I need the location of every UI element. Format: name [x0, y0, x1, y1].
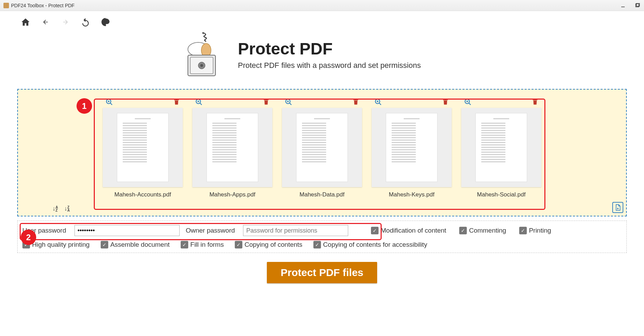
- sort-az-icon[interactable]: ↓AZ: [52, 205, 58, 212]
- sort-za-icon[interactable]: ↓ZA: [64, 205, 70, 212]
- checkbox-copy-access[interactable]: ✓: [313, 241, 321, 248]
- file-thumbnail: [461, 108, 541, 187]
- svg-line-18: [290, 103, 292, 105]
- svg-line-26: [469, 103, 471, 105]
- checkbox-label: Commenting: [469, 227, 506, 234]
- checkbox-label: Printing: [529, 227, 551, 234]
- add-file-icon[interactable]: [612, 202, 623, 213]
- checkbox-label: High quality printing: [32, 241, 90, 248]
- file-card[interactable]: Mahesh-Keys.pdf: [372, 98, 452, 198]
- checkbox-copy[interactable]: ✓: [235, 241, 242, 248]
- checkbox-label: Fill in forms: [190, 241, 224, 248]
- page-title: Protect PDF: [238, 39, 421, 58]
- file-card[interactable]: Mahesh-Apps.pdf: [192, 98, 272, 198]
- reload-icon[interactable]: [81, 17, 90, 27]
- file-name: Mahesh-Apps.pdf: [192, 187, 272, 198]
- file-card[interactable]: Mahesh-Accounts.pdf: [103, 98, 183, 198]
- svg-point-8: [200, 64, 203, 67]
- annotation-marker-2: 2: [21, 230, 36, 245]
- file-name: Mahesh-Social.pdf: [461, 187, 541, 198]
- files-row: Mahesh-Accounts.pdf Mahesh-Apps.pdf Mahe…: [94, 98, 550, 198]
- zoom-icon[interactable]: [285, 98, 292, 106]
- file-name: Mahesh-Keys.pdf: [372, 187, 452, 198]
- forward-icon: [61, 17, 70, 27]
- checkbox-printing[interactable]: ✓: [519, 227, 527, 234]
- file-name: Mahesh-Accounts.pdf: [103, 187, 183, 198]
- trash-icon[interactable]: [352, 98, 359, 106]
- minimize-button[interactable]: [620, 2, 626, 9]
- safe-illustration: [179, 30, 224, 79]
- back-icon[interactable]: [41, 17, 50, 27]
- svg-line-22: [379, 103, 381, 105]
- checkbox-assemble[interactable]: ✓: [101, 241, 108, 248]
- owner-password-label: Owner password: [186, 227, 235, 234]
- file-thumbnail: [103, 108, 183, 187]
- checkbox-label: Copying of contents for accessibility: [323, 241, 427, 248]
- trash-icon[interactable]: [173, 98, 180, 106]
- checkbox-label: Assemble document: [110, 241, 170, 248]
- trash-icon[interactable]: [263, 98, 270, 106]
- trash-icon[interactable]: [442, 98, 449, 106]
- checkbox-commenting[interactable]: ✓: [459, 227, 467, 234]
- zoom-icon[interactable]: [374, 98, 382, 106]
- zoom-icon[interactable]: [464, 98, 472, 106]
- file-thumbnail: [192, 108, 272, 187]
- zoom-icon[interactable]: [105, 98, 113, 106]
- protect-button[interactable]: Protect PDF files: [267, 262, 377, 283]
- trash-icon[interactable]: [532, 98, 539, 106]
- svg-line-10: [110, 103, 112, 105]
- maximize-button[interactable]: [634, 2, 641, 9]
- file-thumbnail: [372, 108, 452, 187]
- owner-password-input[interactable]: [243, 225, 348, 236]
- zoom-icon[interactable]: [195, 98, 203, 106]
- app-icon: [3, 3, 9, 8]
- checkbox-modification[interactable]: ✓: [371, 227, 379, 234]
- page-header: Protect PDF Protect PDF files with a pas…: [0, 27, 644, 89]
- navbar: [0, 11, 644, 27]
- user-password-input[interactable]: [74, 225, 180, 236]
- checkbox-fill-forms[interactable]: ✓: [181, 241, 188, 248]
- page-subtitle: Protect PDF files with a password and se…: [238, 61, 421, 70]
- file-dropzone[interactable]: 1 Mahesh-Accounts.pdf Mahesh-Apps.pdf: [17, 89, 627, 216]
- theme-icon[interactable]: [101, 17, 110, 27]
- file-thumbnail: [282, 108, 362, 187]
- svg-line-14: [200, 103, 202, 105]
- checkbox-label: Copying of contents: [244, 241, 302, 248]
- file-card[interactable]: Mahesh-Data.pdf: [282, 98, 362, 198]
- home-icon[interactable]: [21, 17, 30, 27]
- annotation-marker-1: 1: [77, 98, 92, 114]
- options-panel: User password Owner password ✓Modificati…: [17, 221, 627, 253]
- window-title: PDF24 Toolbox - Protect PDF: [11, 3, 74, 8]
- checkbox-label: Modification of content: [381, 227, 446, 234]
- file-card[interactable]: Mahesh-Social.pdf: [461, 98, 541, 198]
- file-name: Mahesh-Data.pdf: [282, 187, 362, 198]
- titlebar: PDF24 Toolbox - Protect PDF: [0, 0, 644, 11]
